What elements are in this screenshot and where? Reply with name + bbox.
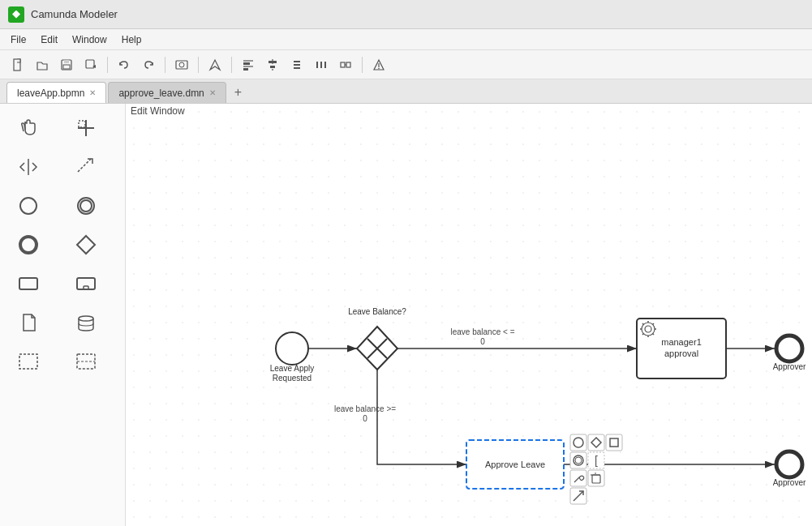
svg-rect-82 [606, 434, 622, 451]
edit-window-label: Edit Window [126, 104, 190, 118]
save-as-button[interactable] [79, 54, 102, 75]
menu-file[interactable]: File [4, 32, 32, 47]
svg-rect-3 [63, 65, 70, 69]
svg-text:[: [ [595, 454, 598, 467]
svg-text:0: 0 [480, 337, 485, 346]
align-center-button[interactable] [261, 54, 284, 75]
canvas[interactable]: leave balance < = 0 leave balance >= 0 L… [126, 104, 812, 526]
bpmn-diagram: leave balance < = 0 leave balance >= 0 L… [126, 104, 812, 526]
tab-leaveapp-close[interactable]: ✕ [89, 88, 96, 97]
svg-rect-90 [588, 470, 604, 486]
svg-text:Requested: Requested [273, 374, 311, 383]
deploy-button[interactable] [367, 54, 390, 75]
toolbar [0, 50, 812, 79]
toolbar-sep-4 [231, 57, 232, 73]
redo-button[interactable] [137, 54, 160, 75]
create-data-object[interactable] [6, 305, 50, 340]
svg-point-96 [776, 451, 802, 477]
create-task[interactable] [6, 266, 50, 301]
add-tab-button[interactable]: + [228, 82, 248, 103]
distribute-h-button[interactable] [310, 54, 333, 75]
new-button[interactable] [6, 54, 29, 75]
svg-text:Leave Balance?: Leave Balance? [348, 307, 406, 316]
svg-text:manager1: manager1 [661, 337, 702, 347]
toolbar-sep-5 [362, 57, 363, 73]
menu-window[interactable]: Window [66, 32, 114, 47]
svg-rect-14 [294, 61, 300, 62]
svg-point-33 [80, 200, 92, 212]
create-lane[interactable] [64, 344, 108, 379]
svg-point-25 [378, 67, 380, 69]
svg-rect-36 [19, 278, 37, 289]
create-end-event[interactable] [6, 227, 50, 263]
menu-help[interactable]: Help [115, 32, 148, 47]
svg-rect-84 [570, 452, 586, 468]
open-button[interactable] [31, 54, 54, 75]
app-title: Camunda Modeler [31, 8, 118, 20]
svg-text:Leave Apply: Leave Apply [270, 364, 315, 373]
svg-text:0: 0 [363, 414, 367, 423]
hand-tool[interactable] [6, 110, 50, 146]
lasso-button[interactable] [204, 54, 226, 75]
svg-point-34 [20, 237, 37, 253]
space-tool-button[interactable] [334, 54, 357, 75]
svg-rect-4 [86, 60, 94, 68]
tab-approveleave-label: approve_leave.dmn [118, 88, 204, 99]
svg-marker-35 [77, 236, 95, 254]
tab-approveleave-close[interactable]: ✕ [209, 88, 216, 97]
create-subprocess[interactable] [64, 266, 108, 301]
svg-rect-19 [324, 62, 326, 68]
svg-rect-28 [79, 121, 85, 127]
svg-point-31 [20, 198, 37, 214]
menu-edit[interactable]: Edit [34, 32, 64, 47]
create-group[interactable] [6, 344, 50, 379]
toolbar-sep-2 [165, 57, 165, 73]
create-data-store[interactable] [64, 305, 108, 340]
tab-approveleave[interactable]: approve_leave.dmn ✕ [108, 82, 226, 103]
svg-rect-37 [77, 278, 95, 289]
create-tool[interactable] [64, 110, 108, 146]
svg-rect-21 [346, 62, 350, 67]
title-bar: Camunda Modeler [0, 0, 812, 29]
svg-rect-18 [320, 62, 322, 68]
svg-rect-17 [316, 62, 318, 68]
svg-rect-16 [294, 67, 300, 69]
svg-rect-10 [243, 68, 248, 71]
app-icon [8, 6, 24, 23]
save-button[interactable] [55, 54, 78, 75]
palette [0, 104, 126, 526]
svg-text:approval: approval [664, 349, 698, 358]
tab-leaveapp[interactable]: leaveApp.bpmn ✕ [6, 82, 106, 103]
undo-button[interactable] [113, 54, 135, 75]
svg-rect-78 [570, 434, 586, 451]
svg-line-69 [653, 334, 655, 336]
toolbar-sep-3 [198, 57, 199, 73]
screenshot-button[interactable] [170, 54, 193, 75]
tabs-bar: leaveApp.bpmn ✕ approve_leave.dmn ✕ + [0, 79, 812, 104]
create-intermediate-event[interactable] [64, 188, 108, 224]
space-tool[interactable] [6, 149, 50, 185]
connect-tool[interactable] [64, 149, 108, 185]
svg-line-68 [642, 323, 644, 325]
svg-rect-2 [64, 60, 69, 63]
svg-text:Approve Leave: Approve Leave [485, 460, 545, 469]
svg-rect-38 [84, 286, 88, 289]
svg-point-39 [79, 316, 93, 321]
svg-rect-20 [341, 62, 345, 67]
main-area: leave balance < = 0 leave balance >= 0 L… [0, 104, 812, 526]
create-start-event[interactable] [6, 188, 50, 224]
toolbar-sep-1 [107, 57, 108, 73]
svg-text:Approver: Approver [773, 478, 806, 487]
svg-line-70 [653, 323, 655, 325]
svg-point-54 [276, 332, 308, 365]
align-left-button[interactable] [237, 54, 260, 75]
svg-point-6 [179, 62, 184, 67]
create-gateway[interactable] [64, 227, 108, 263]
tab-leaveapp-label: leaveApp.bpmn [17, 88, 84, 99]
svg-rect-40 [19, 354, 37, 369]
svg-text:leave balance >=: leave balance >= [334, 404, 396, 413]
svg-rect-8 [243, 62, 250, 65]
distribute-v-button[interactable] [286, 54, 308, 75]
svg-text:Approver: Approver [773, 362, 806, 371]
svg-line-30 [78, 159, 91, 172]
